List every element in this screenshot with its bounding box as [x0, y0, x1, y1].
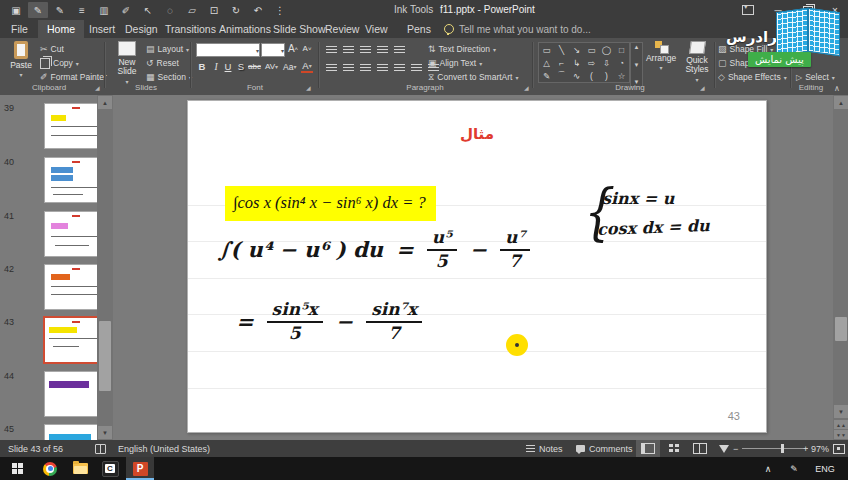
collapse-ribbon-button[interactable]: ∧: [834, 84, 840, 93]
main-vertical-scrollbar[interactable]: ▲ ▼ ▲▲ ▼▼: [833, 95, 848, 440]
ribbon-display-options-button[interactable]: [735, 1, 761, 19]
numbering-icon[interactable]: [343, 46, 354, 54]
section-button[interactable]: ▦ Section: [146, 71, 192, 83]
shapes-scroll-down-icon[interactable]: ▼: [634, 62, 640, 68]
grow-font-button[interactable]: A˄: [287, 42, 299, 55]
shape-down-arrow-icon[interactable]: ⇩: [599, 56, 614, 69]
arrange-button[interactable]: Arrange: [644, 41, 678, 72]
shape-line-icon[interactable]: ╲: [554, 43, 569, 56]
align-text-button[interactable]: ▣ Align Text: [428, 57, 482, 69]
align-left-icon[interactable]: [326, 64, 337, 72]
tab-pens[interactable]: Pens: [398, 20, 440, 38]
slide-canvas[interactable]: مثال ∫cos x (sin⁴ x − sin⁶ x) dx = ? { s…: [187, 100, 767, 433]
font-size-combobox[interactable]: [261, 43, 285, 57]
panel-scroll-up-button[interactable]: ▲: [98, 96, 112, 109]
decrease-indent-icon[interactable]: [360, 46, 371, 54]
font-name-combobox[interactable]: [196, 43, 260, 57]
tray-language-button[interactable]: ENG: [810, 457, 840, 480]
reading-view-button[interactable]: [688, 440, 712, 457]
lasso-select-icon[interactable]: ◌: [160, 2, 180, 18]
paragraph-dialog-launcher[interactable]: ◢: [524, 84, 529, 91]
justify-icon[interactable]: [377, 64, 388, 72]
font-color-button[interactable]: A: [301, 60, 313, 73]
fit-to-window-button[interactable]: [833, 440, 845, 457]
shape-elbow-arrow-icon[interactable]: ↳: [569, 56, 584, 69]
bullets-icon[interactable]: [326, 46, 337, 54]
align-center-icon[interactable]: [343, 64, 354, 72]
select-button[interactable]: ▷ Select: [796, 71, 835, 83]
shapes-gallery-scrollbar[interactable]: ▲ ▼ ▼: [630, 42, 643, 87]
italic-button[interactable]: I: [210, 60, 222, 73]
text-direction-button[interactable]: ⇅ Text Direction: [428, 43, 496, 55]
highlighter-icon[interactable]: ✐: [116, 2, 136, 18]
proofing-button[interactable]: [95, 440, 106, 457]
shape-right-brace-icon[interactable]: ): [599, 69, 614, 82]
taskbar-file-explorer-button[interactable]: [66, 457, 94, 480]
change-case-button[interactable]: Aa: [283, 60, 296, 73]
new-slide-button[interactable]: New Slide: [110, 41, 144, 85]
pen-icon[interactable]: ✎: [50, 2, 70, 18]
shape-curve-icon[interactable]: ∿: [569, 69, 584, 82]
font-dialog-launcher[interactable]: ◢: [306, 84, 311, 91]
shape-scribble-icon[interactable]: ✎: [539, 69, 554, 82]
select-arrow-icon[interactable]: ↖: [138, 2, 158, 18]
drawing-dialog-launcher[interactable]: ◢: [700, 84, 705, 91]
character-spacing-button[interactable]: AV: [265, 60, 278, 73]
underline-button[interactable]: U: [222, 60, 234, 73]
comments-button[interactable]: Comments: [576, 440, 633, 457]
convert-smartart-button[interactable]: ⧖ Convert to SmartArt: [428, 71, 518, 83]
zoom-out-button[interactable]: −: [733, 440, 738, 457]
rtl-direction-icon[interactable]: [411, 64, 422, 72]
tell-me-box[interactable]: Tell me what you want to do...: [444, 20, 591, 38]
taskbar-chrome-button[interactable]: [36, 457, 64, 480]
shape-rectangle-icon[interactable]: ▭: [539, 43, 554, 56]
bold-button[interactable]: B: [196, 60, 208, 73]
tray-show-hidden-icons-button[interactable]: ∧: [756, 457, 780, 480]
zoom-slider-knob[interactable]: [781, 444, 784, 453]
normal-view-button[interactable]: [636, 440, 660, 457]
reset-button[interactable]: ↺ Reset: [146, 57, 179, 69]
ink-pen-active-icon[interactable]: ✎: [28, 2, 48, 18]
increase-indent-icon[interactable]: [377, 46, 388, 54]
tab-view[interactable]: View: [356, 20, 397, 38]
zoom-slider-track[interactable]: [742, 448, 808, 449]
shape-star-icon[interactable]: ☆: [614, 69, 629, 82]
format-painter-button[interactable]: ✐ Format Painter: [40, 71, 107, 83]
strikethrough-button[interactable]: abc: [248, 60, 261, 73]
panel-scroll-thumb[interactable]: [99, 321, 111, 391]
quick-styles-button[interactable]: Quick Styles: [680, 41, 714, 83]
scroll-down-button[interactable]: ▼: [834, 405, 848, 418]
shape-elbow-icon[interactable]: ⌐: [554, 56, 569, 69]
shape-oval-icon[interactable]: ◯: [599, 43, 614, 56]
line-spacing-icon[interactable]: [394, 46, 405, 54]
language-indicator[interactable]: English (United States): [118, 440, 210, 457]
shape-triangle-icon[interactable]: △: [539, 56, 554, 69]
shape-left-brace-icon[interactable]: (: [584, 69, 599, 82]
shrink-font-button[interactable]: A˅: [301, 42, 313, 55]
shape-arc-icon[interactable]: ⌒: [554, 69, 569, 82]
save-icon[interactable]: ▣: [6, 2, 26, 18]
taskbar-powerpoint-button[interactable]: P: [126, 457, 154, 480]
paste-button[interactable]: Paste: [6, 41, 36, 79]
shape-effects-button[interactable]: ◇ Shape Effects: [718, 71, 787, 83]
zoom-in-button[interactable]: +: [803, 440, 808, 457]
slide-sorter-view-button[interactable]: [662, 440, 686, 457]
shape-pie-icon[interactable]: ◔: [614, 56, 629, 69]
qat-overflow-icon[interactable]: ⋮: [270, 2, 290, 18]
eraser-icon[interactable]: ▱: [182, 2, 202, 18]
scroll-up-button[interactable]: ▲: [834, 96, 848, 109]
panel-scroll-down-button[interactable]: ▼: [98, 426, 112, 439]
taskbar-camtasia-button[interactable]: C: [96, 457, 124, 480]
tray-ink-workspace-button[interactable]: ✎: [784, 457, 804, 480]
tab-home[interactable]: Home: [38, 20, 84, 38]
layout-button[interactable]: ▤ Layout: [146, 43, 189, 55]
thickness-icon[interactable]: ≡: [72, 2, 92, 18]
copy-ink-icon[interactable]: ⊡: [204, 2, 224, 18]
shape-square-icon[interactable]: □: [614, 43, 629, 56]
shape-arrow-line-icon[interactable]: ↘: [569, 43, 584, 56]
previous-slide-button[interactable]: ▲▲: [834, 420, 848, 429]
align-right-icon[interactable]: [360, 64, 371, 72]
tab-file[interactable]: File: [2, 20, 37, 38]
shapes-gallery[interactable]: ▭ ╲ ↘ ▭ ◯ □ △ ⌐ ↳ ⇨ ⇩ ◔ ✎ ⌒ ∿ ( ) ☆: [538, 42, 630, 83]
start-button[interactable]: [4, 457, 32, 480]
